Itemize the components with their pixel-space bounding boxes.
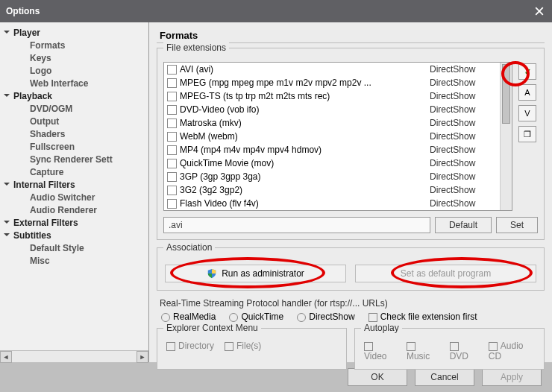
tree-item[interactable]: Audio Renderer bbox=[1, 204, 147, 217]
set-default-program-button[interactable]: Set as default program bbox=[355, 265, 536, 282]
tree-item[interactable]: DVD/OGM bbox=[1, 103, 147, 116]
tree-item[interactable]: Default Style bbox=[1, 242, 147, 255]
extension-input[interactable] bbox=[163, 217, 430, 233]
tree-category[interactable]: Playback bbox=[1, 90, 147, 103]
autoplay-music[interactable]: Music bbox=[407, 341, 439, 361]
video-filter-button[interactable]: V bbox=[518, 105, 536, 121]
sidebar: PlayerFormatsKeysLogoWeb InterfacePlayba… bbox=[0, 22, 149, 362]
autoplay-video[interactable]: Video bbox=[364, 341, 396, 361]
select-all-button[interactable]: ✓ bbox=[518, 63, 536, 80]
autoplay-group: Autoplay Video Music DVD Audio CD bbox=[354, 328, 545, 370]
group-legend: Association bbox=[163, 242, 215, 253]
tree-item[interactable]: Web Interface bbox=[1, 78, 147, 90]
window-title: Options bbox=[6, 6, 40, 16]
checkbox-icon[interactable] bbox=[167, 65, 177, 75]
tree-item[interactable]: Audio Switcher bbox=[1, 192, 147, 204]
checkbox-icon[interactable] bbox=[167, 199, 177, 209]
explorer-group: Explorer Context Menu Directory File(s) bbox=[157, 328, 347, 370]
sidebar-scrollbar[interactable]: ◄► bbox=[0, 350, 148, 362]
titlebar: Options bbox=[0, 0, 552, 22]
rtsp-check-ext[interactable]: Check file extension first bbox=[368, 312, 477, 322]
tree-category[interactable]: Internal Filters bbox=[1, 179, 147, 192]
rtsp-label: Real-Time Streaming Protocol handler (fo… bbox=[160, 298, 545, 309]
format-row[interactable]: QuickTime Movie (mov)DirectShow bbox=[164, 157, 500, 170]
rtsp-realmedia[interactable]: RealMedia bbox=[161, 312, 216, 322]
checkbox-icon[interactable] bbox=[167, 78, 177, 88]
page-title: Formats bbox=[157, 28, 545, 43]
checkbox-icon[interactable] bbox=[167, 159, 177, 168]
tree-item[interactable]: Formats bbox=[1, 39, 147, 52]
tree-item[interactable]: Fullscreen bbox=[1, 141, 147, 154]
rtsp-quicktime[interactable]: QuickTime bbox=[229, 312, 283, 322]
checkbox-icon[interactable] bbox=[167, 145, 177, 155]
tree-category[interactable]: Subtitles bbox=[1, 230, 147, 242]
format-row[interactable]: DVD-Video (vob ifo)DirectShow bbox=[164, 103, 500, 116]
checkbox-icon[interactable] bbox=[167, 172, 177, 182]
format-row[interactable]: WebM (webm)DirectShow bbox=[164, 130, 500, 143]
tree-item[interactable]: Capture bbox=[1, 166, 147, 179]
autoplay-dvd[interactable]: DVD bbox=[450, 341, 478, 361]
format-list-scrollbar[interactable] bbox=[500, 63, 512, 210]
tree-item[interactable]: Logo bbox=[1, 65, 147, 78]
format-row[interactable]: Flash Video (flv f4v)DirectShow bbox=[164, 197, 500, 210]
run-as-admin-button[interactable]: Run as administrator bbox=[165, 265, 346, 282]
shield-icon bbox=[207, 268, 217, 279]
format-row[interactable]: MP4 (mp4 m4v mp4v mpv4 hdmov)DirectShow bbox=[164, 143, 500, 157]
rtsp-directshow[interactable]: DirectShow bbox=[297, 312, 354, 322]
explorer-directory[interactable]: Directory bbox=[166, 341, 214, 351]
tree-category[interactable]: External Filters bbox=[1, 217, 147, 230]
format-row[interactable]: AVI (avi)DirectShow bbox=[164, 63, 500, 76]
tree-item[interactable]: Shaders bbox=[1, 128, 147, 141]
content-pane: Formats File extensions AVI (avi)DirectS… bbox=[149, 22, 552, 362]
format-row[interactable]: Matroska (mkv)DirectShow bbox=[164, 116, 500, 130]
format-row[interactable]: MPEG (mpg mpeg mpe m1v m2v mpv2 mp2v ...… bbox=[164, 76, 500, 89]
checkbox-icon[interactable] bbox=[167, 118, 177, 128]
clear-all-button[interactable]: ❐ bbox=[518, 126, 536, 142]
audio-filter-button[interactable]: A bbox=[518, 84, 536, 101]
tree-item[interactable]: Keys bbox=[1, 52, 147, 65]
group-legend: File extensions bbox=[163, 42, 229, 53]
format-row[interactable]: MPEG-TS (ts tp trp m2t m2ts mts rec)Dire… bbox=[164, 89, 500, 103]
checkbox-icon[interactable] bbox=[167, 186, 177, 195]
tree-item[interactable]: Sync Renderer Sett bbox=[1, 154, 147, 166]
format-row[interactable]: 3GP (3gp 3gpp 3ga)DirectShow bbox=[164, 170, 500, 183]
set-button[interactable]: Set bbox=[496, 217, 538, 233]
format-list[interactable]: AVI (avi)DirectShowMPEG (mpg mpeg mpe m1… bbox=[164, 63, 500, 210]
checkbox-icon[interactable] bbox=[167, 105, 177, 115]
checkbox-icon[interactable] bbox=[167, 92, 177, 101]
tree-item[interactable]: Misc bbox=[1, 255, 147, 268]
tree-item[interactable]: Output bbox=[1, 116, 147, 128]
checkbox-icon[interactable] bbox=[167, 132, 177, 142]
default-button[interactable]: Default bbox=[435, 217, 492, 233]
file-extensions-group: File extensions AVI (avi)DirectShowMPEG … bbox=[157, 48, 545, 240]
association-group: Association Run as administrator Set as … bbox=[157, 247, 545, 291]
autoplay-audiocd[interactable]: Audio CD bbox=[489, 341, 535, 361]
close-icon[interactable] bbox=[533, 4, 546, 18]
explorer-files[interactable]: File(s) bbox=[225, 341, 261, 351]
format-row[interactable]: 3G2 (3g2 3gp2)DirectShow bbox=[164, 183, 500, 197]
tree-category[interactable]: Player bbox=[1, 27, 147, 39]
